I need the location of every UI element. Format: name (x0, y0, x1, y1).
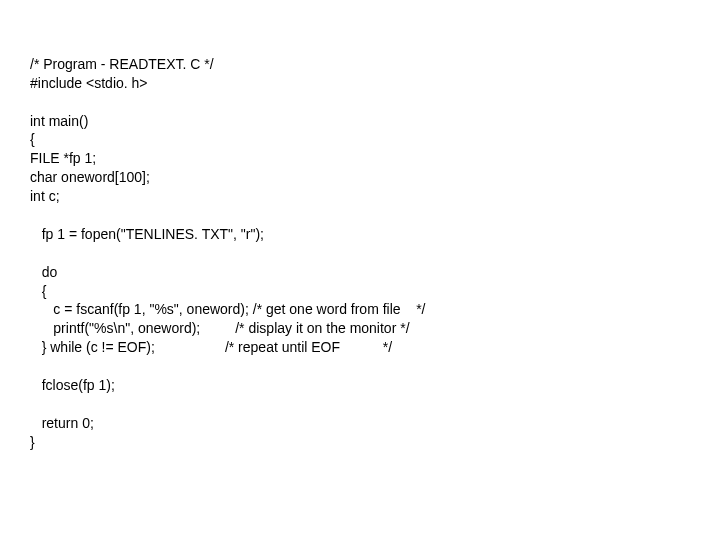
code-line: int main() (30, 113, 88, 129)
code-line: c = fscanf(fp 1, "%s", oneword); /* get … (30, 301, 426, 317)
code-line: printf("%s\n", oneword); /* display it o… (30, 320, 410, 336)
code-line: } (30, 434, 35, 450)
code-line: { (30, 283, 46, 299)
code-line: char oneword[100]; (30, 169, 150, 185)
code-line: #include <stdio. h> (30, 75, 148, 91)
code-line: { (30, 131, 35, 147)
code-line: /* Program - READTEXT. C */ (30, 56, 214, 72)
code-line: do (30, 264, 57, 280)
code-line: } while (c != EOF); /* repeat until EOF … (30, 339, 392, 355)
code-block: /* Program - READTEXT. C */ #include <st… (0, 0, 720, 452)
code-line: fclose(fp 1); (30, 377, 115, 393)
code-line: int c; (30, 188, 60, 204)
code-line: FILE *fp 1; (30, 150, 96, 166)
code-line: fp 1 = fopen("TENLINES. TXT", "r"); (30, 226, 264, 242)
code-line: return 0; (30, 415, 94, 431)
